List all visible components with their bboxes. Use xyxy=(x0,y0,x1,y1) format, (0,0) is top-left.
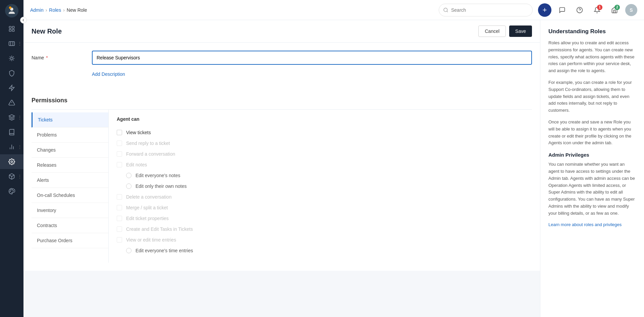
perm-edit-ticket-props: Edit ticket properties xyxy=(117,213,524,224)
sidebar-item-lightning[interactable] xyxy=(0,81,23,95)
store-button[interactable]: 2 xyxy=(608,3,621,17)
perm-label-delete-conv: Delete a conversation xyxy=(126,194,171,200)
notification-badge-1: 1 xyxy=(597,5,602,10)
permissions-layout: Tickets Problems Changes Releases Alerts… xyxy=(32,110,532,263)
header-actions: Cancel Save xyxy=(478,25,532,37)
checkbox-view-edit-time[interactable] xyxy=(117,237,122,243)
svg-point-1 xyxy=(9,6,11,9)
permissions-content: Agent can View tickets Send reply to a t… xyxy=(109,110,532,263)
perm-label-forward-conv: Forward a conversation xyxy=(126,151,175,157)
app-logo[interactable] xyxy=(5,4,18,17)
perm-merge-split: Merge / split a ticket xyxy=(117,202,524,213)
nav-item-problems[interactable]: Problems xyxy=(32,127,108,143)
sidebar-item-book[interactable] xyxy=(0,125,23,140)
svg-rect-5 xyxy=(12,30,14,32)
nav-item-tickets[interactable]: Tickets xyxy=(32,112,108,127)
checkbox-delete-conv[interactable] xyxy=(117,194,122,200)
user-avatar[interactable]: S xyxy=(625,4,637,16)
nav-item-oncall[interactable]: On-call Schedules xyxy=(32,188,108,203)
nav-item-alerts[interactable]: Alerts xyxy=(32,173,108,188)
nav-item-inventory[interactable]: Inventory xyxy=(32,203,108,218)
main-wrapper: Admin › Roles › New Role + 1 xyxy=(23,0,644,317)
tickets-more[interactable]: ⋮ xyxy=(17,41,22,46)
nav-item-purchase-orders[interactable]: Purchase Orders xyxy=(32,233,108,248)
sidebar-item-palette[interactable] xyxy=(0,184,23,199)
add-description-link[interactable]: Add Description xyxy=(92,71,532,77)
sidebar-item-bugs[interactable] xyxy=(0,51,23,66)
checkbox-send-reply[interactable] xyxy=(117,141,122,146)
box-more[interactable]: ⋮ xyxy=(17,174,22,179)
name-label: Name * xyxy=(32,55,92,60)
sidebar-item-settings[interactable] xyxy=(0,154,23,169)
checkbox-merge-split[interactable] xyxy=(117,205,122,210)
nav-item-changes[interactable]: Changes xyxy=(32,143,108,158)
svg-rect-6 xyxy=(9,42,15,46)
search-icon xyxy=(443,7,448,13)
help-button[interactable] xyxy=(573,3,586,17)
breadcrumb-sep-2: › xyxy=(63,7,65,13)
breadcrumb-current: New Role xyxy=(67,7,87,13)
radio-edit-everyones-time[interactable] xyxy=(126,248,131,253)
content-area: New Role Cancel Save Name * Add Descript… xyxy=(23,20,644,317)
checkbox-create-edit-tasks[interactable] xyxy=(117,226,122,232)
svg-point-19 xyxy=(10,190,11,190)
perm-label-edit-own-notes: Edit only their own notes xyxy=(136,183,187,189)
nav-item-contracts[interactable]: Contracts xyxy=(32,218,108,233)
notification-button[interactable]: 1 xyxy=(590,3,604,17)
svg-marker-11 xyxy=(9,115,15,117)
page-header: New Role Cancel Save xyxy=(23,20,540,43)
sidebar-item-shield[interactable] xyxy=(0,66,23,81)
chart-more[interactable]: ⋮ xyxy=(17,144,22,150)
search-input[interactable] xyxy=(451,7,528,13)
perm-edit-everyones-notes: Edit everyone's notes xyxy=(126,170,524,181)
search-bar[interactable] xyxy=(439,4,533,16)
sidebar-item-alert[interactable] xyxy=(0,95,23,110)
svg-point-18 xyxy=(13,191,14,191)
layers-more[interactable]: ⋮ xyxy=(17,115,22,120)
perm-label-view-edit-time: View or edit time entries xyxy=(126,237,176,243)
topbar-actions: + 1 2 S xyxy=(538,3,637,17)
name-row: Name * xyxy=(32,51,532,65)
svg-point-15 xyxy=(11,161,13,163)
perm-label-merge-split: Merge / split a ticket xyxy=(126,205,168,210)
add-button[interactable]: + xyxy=(538,3,551,17)
checkbox-view-tickets[interactable] xyxy=(117,130,122,135)
agent-can-label: Agent can xyxy=(117,116,524,122)
perm-label-create-edit-tasks: Create and Edit Tasks in Tickets xyxy=(126,226,193,232)
svg-point-17 xyxy=(12,190,12,190)
permissions-section: Permissions Tickets Problems Changes Rel… xyxy=(23,90,540,271)
chat-button[interactable] xyxy=(555,3,569,17)
radio-edit-everyones-notes[interactable] xyxy=(126,173,131,178)
perm-view-edit-time: View or edit time entries xyxy=(117,234,524,245)
cancel-button[interactable]: Cancel xyxy=(478,25,506,37)
perm-send-reply: Send reply to a ticket xyxy=(117,138,524,149)
checkbox-forward-conv[interactable] xyxy=(117,151,122,157)
notification-badge-2: 2 xyxy=(614,5,620,10)
learn-more-link[interactable]: Learn more about roles and privileges xyxy=(548,222,622,227)
nav-item-releases[interactable]: Releases xyxy=(32,158,108,173)
perm-label-send-reply: Send reply to a ticket xyxy=(126,141,170,146)
svg-point-21 xyxy=(444,8,447,12)
svg-point-7 xyxy=(11,57,13,60)
perm-delete-conv: Delete a conversation xyxy=(117,192,524,202)
help-para-3: Once you create and save a new Role you … xyxy=(548,119,636,147)
checkbox-edit-ticket-props[interactable] xyxy=(117,216,122,221)
page-content: New Role Cancel Save Name * Add Descript… xyxy=(23,20,540,317)
svg-rect-3 xyxy=(12,27,14,29)
svg-rect-4 xyxy=(9,30,11,32)
sidebar-item-dashboard[interactable] xyxy=(0,21,23,36)
page-title: New Role xyxy=(32,28,62,35)
radio-edit-own-notes[interactable] xyxy=(126,183,131,189)
checkbox-edit-notes[interactable] xyxy=(117,162,122,167)
help-sidebar: Understanding Roles Roles allow you to c… xyxy=(540,20,644,317)
admin-para: You can nominate whether you want an age… xyxy=(548,161,636,217)
perm-label-view-tickets: View tickets xyxy=(126,130,151,135)
save-button[interactable]: Save xyxy=(509,25,532,37)
breadcrumb-roles[interactable]: Roles xyxy=(49,7,61,13)
breadcrumb-admin[interactable]: Admin xyxy=(30,7,44,13)
sidebar-collapse[interactable] xyxy=(20,17,27,23)
help-para-1: Roles allow you to create and edit acces… xyxy=(548,40,636,74)
perm-create-edit-tasks: Create and Edit Tasks in Tickets xyxy=(117,224,524,234)
name-input[interactable] xyxy=(92,51,532,65)
help-icon xyxy=(576,7,583,13)
